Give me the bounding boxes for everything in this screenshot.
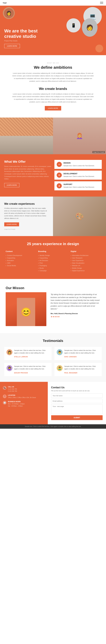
dev-text: Sample text. Click to select the Text El…: [63, 175, 94, 178]
contact-subtitle: Fill out the form and we'll be in touch …: [51, 390, 103, 392]
list-item: ›Campaign: [38, 269, 68, 272]
support-title: SUPPORT: [63, 183, 94, 186]
copyright-text: Sample text. Click to select the text bo…: [3, 426, 103, 427]
section-label: WHAT WE DO: [9, 62, 97, 64]
brands-title: We create brands: [9, 87, 97, 91]
years-col-digital-list: ›Information Architecture›User Research›…: [71, 254, 100, 272]
exp-caption: Image from Freepik: [4, 228, 15, 230]
testimonial-name: AIKO JANSSEN: [64, 356, 77, 358]
hero-circle-person2: 🧑: [82, 18, 97, 37]
support-icon: ★: [57, 183, 62, 188]
exp-learn-btn[interactable]: LEARN MORE: [4, 222, 19, 226]
list-item: ›Books: [38, 267, 68, 269]
list-item: ›Art Direction: [38, 259, 68, 262]
exp-text: Ut tellus elementum cagittis vitae et le…: [4, 207, 49, 220]
testimonial-text: Sample text. Click to select the text bo…: [14, 349, 49, 354]
mission-title: Our Misson: [6, 286, 46, 290]
section-text: Lorem ipsum dolor sit amet, consectetur …: [12, 72, 94, 82]
phone-icon: 📞: [3, 386, 7, 390]
list-item: ›Copywriting: [38, 257, 68, 259]
list-item: ›User Experience: [71, 259, 100, 262]
contact-email-input[interactable]: [51, 399, 103, 403]
list-item: ›Website UX: [71, 264, 100, 267]
testimonial-avatar: 👩‍🦱: [7, 365, 13, 371]
header: logo: [0, 0, 106, 6]
offer-learn-btn[interactable]: LEARN MORE: [4, 183, 19, 187]
footer-hours-item: 🕐 BUSINESS HOURS Mon - Fri 9:00am - 6:00…: [3, 401, 45, 407]
testimonials-title: Testimonials: [4, 339, 102, 343]
img-main: 👩‍🦰 Image from Freepik: [53, 118, 106, 154]
years-col-branding-list: ›Identity Design›Copywriting›Art Directi…: [38, 254, 68, 272]
img-block-1: [0, 118, 53, 136]
call-label: CALL US: [8, 386, 17, 388]
mission-right: "By taking the time to develop a genuine…: [51, 286, 100, 326]
years-col-digital: Digital ›Information Architecture›User R…: [71, 250, 100, 272]
footer-bottom: Sample text. Click to select the text bo…: [0, 424, 106, 429]
call-text: 0 123 456 789 0 123 456 789: [8, 388, 17, 392]
years-title: 25 years experience in design: [6, 242, 100, 246]
testimonials-grid: 👩Sample text. Click to select the text b…: [4, 347, 102, 376]
footer: 📞 CALL US 0 123 456 789 0 123 456 789 📍 …: [0, 382, 106, 424]
footer-left: 📞 CALL US 0 123 456 789 0 123 456 789 📍 …: [0, 382, 48, 424]
hero-orange-decor: [95, 44, 103, 52]
exp-title: We create experiences: [4, 202, 49, 206]
hours-icon: 🕐: [3, 401, 7, 404]
list-item: ›Data Visualization: [71, 262, 100, 264]
footer-right: Contact Us Fill out the form and we'll b…: [48, 382, 106, 424]
mission-stars: ★★★★★: [51, 316, 100, 318]
hero-title: We are the best creative studio: [4, 28, 41, 39]
contact-name-input[interactable]: [51, 394, 103, 398]
list-item: ›Digital Experience: [71, 269, 100, 272]
offer-card-design-content: DESIGN Sample text. Click to select the …: [63, 162, 94, 167]
offer-card-design: ✏ DESIGN Sample text. Click to select th…: [54, 160, 102, 169]
list-item: ›Animation: [6, 259, 35, 262]
contact-submit-btn[interactable]: SUBMIT: [51, 415, 103, 420]
offer-description: Donec malesuada felis. Et, lorem commodo…: [4, 165, 52, 180]
years-col-digital-title: Digital: [71, 250, 100, 252]
mission-image: 😊: [6, 292, 46, 326]
learn-more-btn[interactable]: LEARN MORE: [45, 106, 61, 110]
image-grid: 👩‍🦰 Image from Freepik: [0, 118, 106, 154]
location-icon: 📍: [3, 394, 7, 398]
testimonial-card: 👨Sample text. Click to select the text b…: [54, 347, 102, 360]
hero-subtitle: Project Plan Studio: [4, 40, 41, 42]
list-item: ›Print: [38, 262, 68, 264]
years-grid: Content ›Content Development›Copywriting…: [6, 250, 100, 272]
testimonial-content: Sample text. Click to select the text bo…: [64, 349, 99, 358]
contact-title: Contact Us: [51, 386, 103, 389]
footer-call-item: 📞 CALL US 0 123 456 789 0 123 456 789: [3, 386, 45, 392]
mission-quote: "By taking the time to develop a genuine…: [51, 293, 100, 310]
years-section: 25 years experience in design Content ›C…: [0, 236, 106, 279]
exp-right: 🎨: [53, 196, 106, 236]
mission-left: Our Misson 😊: [6, 286, 46, 326]
mission-name: Mrs. Holli, Brand & Planning Director: [51, 313, 100, 314]
offer-card-support-content: SUPPORT Sample text. Click to select the…: [63, 183, 94, 188]
testimonial-avatar: 👨: [57, 349, 63, 355]
hamburger-menu[interactable]: [100, 2, 103, 4]
testimonial-content: Sample text. Click to select the text bo…: [14, 365, 49, 374]
testimonial-name: PAUL WAGENER: [64, 372, 77, 374]
contact-message-input[interactable]: [51, 404, 103, 414]
logo: logo: [3, 2, 7, 4]
years-col-content-title: Content: [6, 250, 35, 252]
offer-left: What We Offer Donec malesuada felis. Et,…: [4, 160, 52, 191]
testimonial-content: Sample text. Click to select the text bo…: [64, 365, 99, 374]
dev-icon: ⚙: [57, 172, 62, 178]
offer-section: What We Offer Donec malesuada felis. Et,…: [0, 154, 106, 196]
offer-card-dev-content: DEVELOPMENT Sample text. Click to select…: [63, 172, 94, 178]
offer-title: What We Offer: [4, 160, 52, 164]
design-text: Sample text. Click to select the Text El…: [63, 164, 94, 167]
footer-location-item: 📍 LOCATION Office | Office 2 Office Offi…: [3, 394, 45, 398]
brands-text: Lorem ipsum dolor sit amet, consectetur …: [12, 93, 94, 103]
hero-learn-btn[interactable]: LEARN MORE: [4, 44, 20, 48]
img-col-left: [0, 118, 53, 154]
testimonial-avatar: 👨‍🦱: [57, 365, 63, 371]
list-item: ›Social Media: [6, 264, 35, 267]
contact-form: SUBMIT: [51, 394, 103, 420]
img-block-2: [0, 136, 53, 154]
support-text: Sample text. Click to select the Text El…: [63, 186, 94, 188]
what-we-do-section: WHAT WE DO We define ambitions Lorem ips…: [0, 55, 106, 118]
list-item: ›CMS: [6, 262, 35, 264]
exp-left: We create experiences Ut tellus elementu…: [0, 196, 53, 236]
offer-card-support: ★ SUPPORT Sample text. Click to select t…: [54, 181, 102, 190]
